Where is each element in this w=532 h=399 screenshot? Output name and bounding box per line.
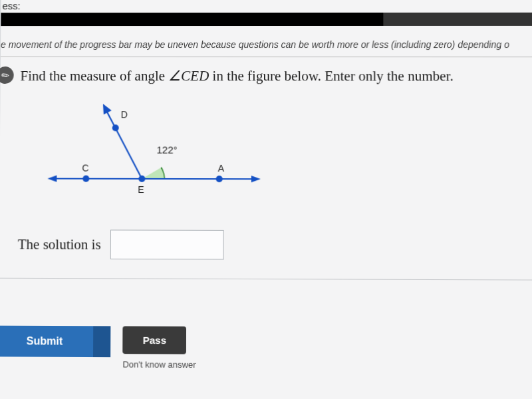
svg-point-8 [112,125,119,132]
svg-marker-2 [251,176,261,182]
pass-button[interactable]: Pass [122,327,186,354]
pass-column: Pass Don't know answer [122,327,196,370]
progress-area: ess: [1,0,532,30]
progress-label: ess: [1,0,532,11]
pass-hint: Don't know answer [122,360,196,370]
question-prefix: Find the measure of angle [20,68,168,84]
answer-input[interactable] [110,230,224,260]
progress-note: e movement of the progress bar may be un… [1,30,532,57]
svg-marker-1 [47,176,57,182]
point-label-E: E [138,184,144,195]
geometry-figure: D C E A 122° [42,97,282,211]
point-label-C: C [82,163,88,174]
question-suffix: in the figure below. Enter only the numb… [209,68,454,84]
svg-point-5 [82,176,89,182]
svg-point-6 [138,176,145,182]
svg-point-7 [216,176,223,182]
solution-row: The solution is [18,229,532,261]
pencil-glyph: ✎ [0,68,12,82]
angle-name: ∠CED [168,68,209,84]
progress-bar [1,13,532,26]
svg-line-3 [106,111,142,180]
solution-label: The solution is [18,236,101,253]
point-label-D: D [121,110,128,120]
angle-value-label: 122° [157,144,178,156]
point-label-A: A [218,163,224,174]
button-row: Submit Pass Don't know answer [0,279,532,372]
question-text: Find the measure of angle ∠CED in the fi… [20,66,453,86]
submit-button[interactable]: Submit [0,326,93,357]
pencil-icon: ✎ [0,63,17,88]
question-row: ✎ Find the measure of angle ∠CED in the … [1,57,532,86]
